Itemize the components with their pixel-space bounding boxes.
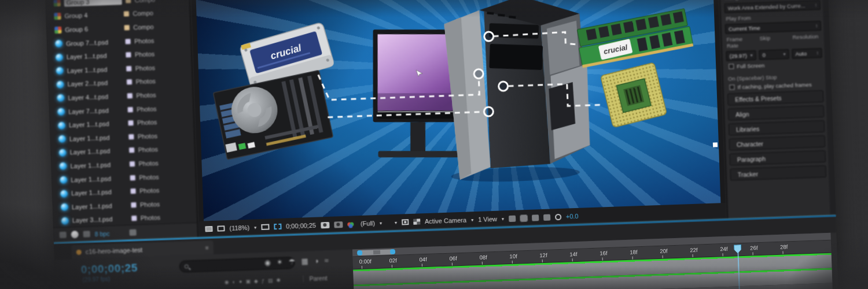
frame-blend-icon[interactable]: ▦	[301, 257, 308, 265]
exposure-value[interactable]: +0.0	[566, 213, 579, 220]
label-color-swatch[interactable]	[126, 65, 132, 71]
exposure-reset-icon[interactable]	[555, 213, 561, 220]
label-color-swatch[interactable]	[127, 106, 133, 112]
ruler-tick-label: 28f	[780, 243, 788, 250]
skip-select[interactable]: 0 ▾	[759, 49, 789, 60]
label-color-swatch[interactable]	[130, 175, 135, 180]
comp-icon	[54, 27, 61, 34]
main-flowchart-icon[interactable]	[217, 225, 225, 231]
region-of-interest-icon[interactable]	[274, 224, 281, 229]
psd-layer-icon	[60, 176, 67, 184]
resolution-preview-select[interactable]: Auto ↕	[792, 48, 822, 59]
label-color-swatch[interactable]	[129, 161, 135, 166]
label-color-swatch[interactable]	[131, 202, 137, 208]
video-eye-icon[interactable]: ◉	[225, 279, 229, 285]
grid-guides-icon[interactable]	[261, 224, 269, 230]
frame-rate-select[interactable]: (29.97) ▾	[726, 50, 756, 61]
label-icon[interactable]: ◆	[254, 278, 258, 284]
psd-layer-icon	[60, 190, 68, 197]
panel-tab-tracker[interactable]: Tracker	[730, 165, 826, 181]
fast-previews-icon[interactable]	[520, 214, 527, 221]
project-item-name: Layer 1...t.psd	[69, 134, 125, 142]
panel-tab-libraries[interactable]: Libraries	[729, 120, 825, 136]
shy-switch-icon[interactable]: ƒ	[262, 278, 264, 284]
psd-layer-icon	[58, 135, 66, 143]
composition-viewer[interactable]: crucial	[196, 0, 721, 221]
current-time-display[interactable]: 0;00;00;25	[286, 222, 316, 230]
play-from-select[interactable]: Current Time ↕	[725, 21, 821, 34]
magnification-select[interactable]: (118%)	[229, 224, 249, 232]
project-bit-depth[interactable]: 8 bpc	[94, 230, 109, 238]
show-snapshot-icon[interactable]	[334, 221, 343, 228]
full-screen-checkbox[interactable]	[729, 64, 734, 69]
magnification-arrow-icon[interactable]: ▾	[254, 225, 256, 230]
ruler-tick-label: 26f	[750, 244, 758, 251]
audio-icon[interactable]: ◐	[232, 279, 236, 285]
motion-blur-icon[interactable]: ◑	[314, 257, 318, 265]
flowchart-button-icon[interactable]	[543, 214, 550, 220]
panel-tab-align[interactable]: Align	[728, 105, 825, 121]
create-folder-icon[interactable]	[71, 231, 78, 238]
if-caching-checkbox[interactable]	[729, 84, 734, 90]
panel-menu-icon[interactable]: ≡	[205, 244, 209, 251]
project-item-type: Photos	[134, 37, 155, 45]
label-color-swatch[interactable]	[127, 93, 133, 99]
psd-layer-icon	[56, 53, 63, 61]
range-select[interactable]: Work Area Extended by Curre... ↕	[724, 0, 820, 13]
delete-icon[interactable]	[129, 229, 136, 236]
panel-tab-paragraph[interactable]: Paragraph	[730, 150, 826, 166]
ruler-tickmark	[452, 262, 453, 265]
ruler-tickmark	[752, 252, 753, 255]
channel-icon[interactable]	[347, 222, 351, 226]
quality-switch-icon[interactable]: ✱	[276, 277, 281, 283]
project-item-type: Photos	[139, 187, 160, 194]
resolution-arrow-icon[interactable]: ▾	[380, 220, 382, 225]
create-comp-icon[interactable]	[83, 231, 90, 237]
label-color-swatch[interactable]	[128, 120, 134, 126]
timeline-button-icon[interactable]	[532, 214, 539, 221]
blend-switch-icon[interactable]: ▤	[268, 277, 273, 283]
right-panel-column: Range Work Area Extended by Curre... ↕ P…	[718, 0, 830, 219]
pixel-aspect-icon[interactable]	[509, 215, 516, 221]
panel-tab-character[interactable]: Character	[729, 135, 826, 151]
label-color-swatch[interactable]	[126, 79, 132, 85]
label-color-swatch[interactable]	[129, 147, 135, 153]
solo-icon[interactable]: ●	[239, 279, 242, 284]
psd-layer-icon	[61, 203, 68, 211]
view-options-arrow-icon[interactable]: ▾	[395, 220, 397, 225]
project-item-type: Photos	[136, 91, 156, 99]
parent-column-header[interactable]: Parent	[303, 275, 327, 282]
live-update-icon[interactable]: ◉	[264, 258, 271, 266]
snapshot-icon[interactable]	[321, 221, 329, 228]
label-color-swatch[interactable]	[125, 38, 131, 44]
preview-panel: Range Work Area Extended by Curre... ↕ P…	[724, 0, 823, 99]
label-color-swatch[interactable]	[131, 216, 137, 221]
label-color-swatch[interactable]	[126, 52, 131, 58]
shy-layers-icon[interactable]: ☂	[289, 257, 296, 266]
label-color-swatch[interactable]	[130, 188, 136, 194]
graph-editor-icon[interactable]: ≈	[324, 256, 329, 265]
ram-graphic: crucial	[575, 8, 693, 68]
always-preview-icon[interactable]	[205, 226, 212, 232]
transparency-grid-icon[interactable]	[413, 218, 420, 224]
camera-select[interactable]: Active Camera	[425, 217, 467, 225]
timeline-timecode[interactable]: 0;00;00;25	[80, 261, 138, 276]
view-layout-arrow-icon[interactable]: ▾	[502, 216, 504, 221]
lock-icon[interactable]: ▣	[245, 279, 251, 284]
draft-3d-icon[interactable]: ✶	[277, 258, 283, 266]
project-item-type: Photos	[135, 78, 156, 86]
motherboard-graphic	[213, 71, 333, 160]
full-screen-checkbox-row[interactable]: Full Screen	[726, 60, 822, 70]
target-region-icon[interactable]	[402, 219, 409, 225]
label-color-swatch[interactable]	[123, 11, 129, 17]
label-color-swatch[interactable]	[128, 134, 134, 139]
label-color-swatch[interactable]	[125, 0, 131, 3]
resolution-select[interactable]: (Full)	[361, 220, 375, 227]
work-area-bar[interactable]	[358, 249, 394, 255]
interpret-footage-icon[interactable]	[60, 232, 67, 238]
view-layout-select[interactable]: 1 View	[478, 216, 497, 223]
panel-tab-effects-presets[interactable]: Effects & Presets	[727, 90, 824, 106]
ruler-tickmark	[392, 265, 392, 268]
label-color-swatch[interactable]	[124, 25, 130, 31]
camera-arrow-icon[interactable]: ▾	[471, 217, 473, 223]
